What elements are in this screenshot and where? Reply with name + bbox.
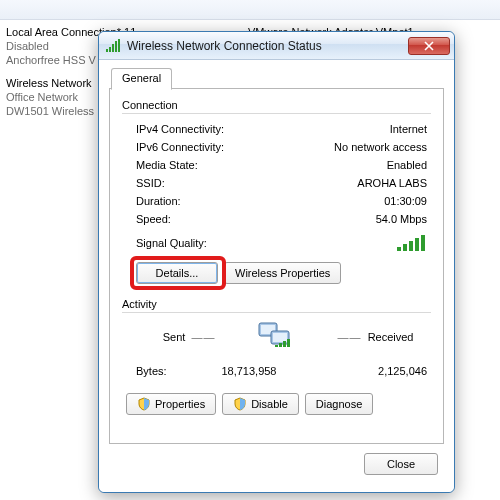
dash-icon: —— [338,331,362,343]
properties-button[interactable]: Properties [126,393,216,415]
activity-header: Sent —— —— Received [122,319,431,355]
label: IPv4 Connectivity: [122,120,242,138]
computers-icon [257,319,297,355]
bytes-sent: 18,713,958 [186,365,299,377]
row-media: Media State: Enabled [122,156,431,174]
svg-rect-3 [106,49,108,52]
connection-buttons: Details... Wireless Properties [122,262,431,284]
label: Duration: [122,192,242,210]
svg-rect-16 [273,333,287,342]
diagnose-button[interactable]: Diagnose [305,393,373,415]
label: Signal Quality: [122,237,242,249]
section-connection: Connection [122,99,431,111]
row-ipv4: IPv4 Connectivity: Internet [122,120,431,138]
dialog-title: Wireless Network Connection Status [127,39,408,53]
svg-rect-10 [409,241,413,251]
dialog-body: General Connection IPv4 Connectivity: In… [99,60,454,492]
svg-rect-12 [421,235,425,251]
svg-rect-7 [118,39,120,52]
value: 54.0 Mbps [242,210,431,228]
bytes-received: 2,125,046 [337,365,432,377]
wireless-status-dialog: Wireless Network Connection Status Gener… [98,31,455,493]
row-duration: Duration: 01:30:09 [122,192,431,210]
close-button[interactable] [408,37,450,55]
value: No network access [242,138,431,156]
btn-label: Properties [155,398,205,410]
value: Internet [242,120,431,138]
bytes-label: Bytes: [122,365,186,377]
shield-icon [137,397,151,411]
tab-general[interactable]: General [111,68,172,90]
shield-icon [233,397,247,411]
activity-buttons: Properties Disable Diagnose [122,393,431,415]
svg-rect-6 [115,41,117,52]
svg-rect-18 [279,343,282,347]
section-activity-wrap: Activity Sent —— [122,298,431,415]
close-icon [424,41,434,51]
details-button[interactable]: Details... [136,262,218,284]
signal-bars-icon [397,234,427,252]
svg-rect-19 [283,341,286,347]
bytes-row: Bytes: 18,713,958 2,125,046 [122,365,431,377]
wireless-properties-button[interactable]: Wireless Properties [224,262,341,284]
dialog-footer: Close [109,444,444,484]
row-ipv6: IPv6 Connectivity: No network access [122,138,431,156]
row-speed: Speed: 54.0 Mbps [122,210,431,228]
tabstrip: General [109,66,444,89]
svg-rect-11 [415,238,419,251]
label: Media State: [122,156,242,174]
svg-rect-20 [287,339,290,347]
row-signal-quality: Signal Quality: [122,234,431,252]
value: 01:30:09 [242,192,431,210]
divider [122,113,431,114]
label: SSID: [122,174,242,192]
titlebar[interactable]: Wireless Network Connection Status [99,32,454,60]
label: Speed: [122,210,242,228]
svg-rect-8 [397,247,401,251]
value: Enabled [242,156,431,174]
row-ssid: SSID: AROHA LABS [122,174,431,192]
svg-rect-17 [275,345,278,347]
btn-label: Disable [251,398,288,410]
svg-rect-5 [112,44,114,52]
toolbar [0,0,500,20]
sent-label: Sent [163,331,186,343]
svg-rect-9 [403,244,407,251]
svg-rect-4 [109,47,111,52]
tabpanel-general: Connection IPv4 Connectivity: Internet I… [109,88,444,444]
close-dialog-button[interactable]: Close [364,453,438,475]
label: IPv6 Connectivity: [122,138,242,156]
signal-bars-icon [105,38,121,54]
divider [122,312,431,313]
value: AROHA LABS [242,174,431,192]
disable-button[interactable]: Disable [222,393,299,415]
dash-icon: —— [192,331,216,343]
section-activity: Activity [122,298,431,310]
received-label: Received [368,331,414,343]
